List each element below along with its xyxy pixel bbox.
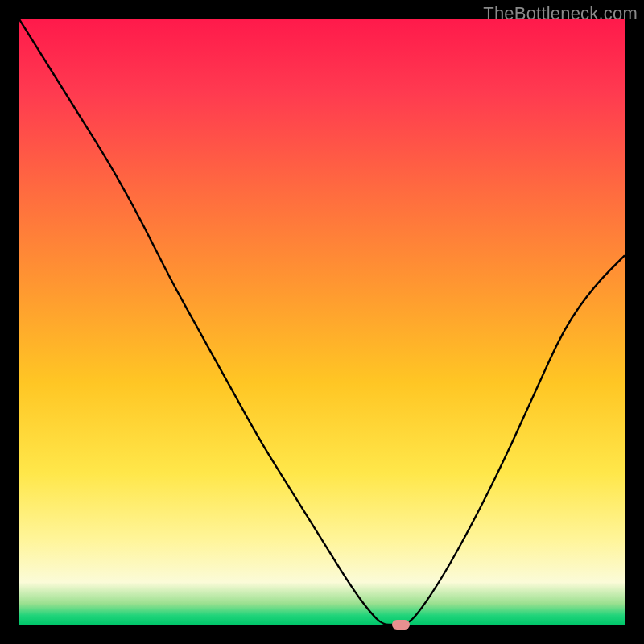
- watermark-text: TheBottleneck.com: [483, 3, 638, 24]
- bottleneck-chart: [19, 19, 625, 625]
- optimal-point-marker: [392, 620, 410, 630]
- chart-svg: [19, 19, 625, 625]
- chart-background: [19, 19, 625, 625]
